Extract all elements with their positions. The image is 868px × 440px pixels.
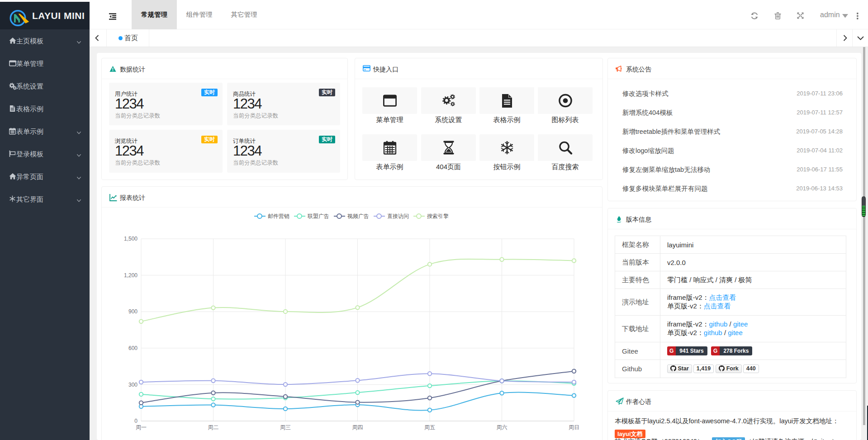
svg-text:600: 600 [128,345,138,351]
svg-text:搜索引擎: 搜索引擎 [427,213,449,219]
svg-text:900: 900 [128,308,138,315]
svg-text:周日: 周日 [569,424,579,431]
svg-text:周四: 周四 [352,424,363,431]
svg-text:0: 0 [134,418,138,424]
svg-text:1,200: 1,200 [124,272,138,279]
svg-text:周五: 周五 [424,424,435,431]
svg-text:周一: 周一 [136,424,147,431]
svg-text:周六: 周六 [497,424,508,431]
svg-text:联盟广告: 联盟广告 [307,213,329,219]
svg-text:直接访问: 直接访问 [387,213,409,219]
svg-text:300: 300 [128,382,138,388]
svg-text:周二: 周二 [208,424,219,431]
svg-text:视频广告: 视频广告 [347,213,369,219]
svg-text:邮件营销: 邮件营销 [268,213,289,219]
svg-text:1,500: 1,500 [124,236,138,242]
svg-text:周三: 周三 [280,424,291,431]
